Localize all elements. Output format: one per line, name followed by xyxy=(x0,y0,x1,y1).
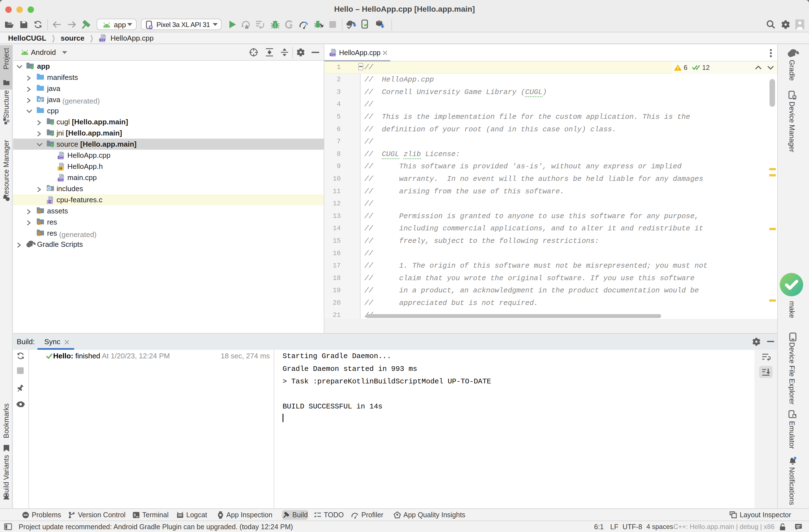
svg-text:C++: C++ xyxy=(330,53,336,56)
svg-text:C++: C++ xyxy=(58,156,64,159)
svg-text:A: A xyxy=(245,24,248,30)
svg-text:H: H xyxy=(59,166,62,171)
svg-text:C++: C++ xyxy=(58,178,64,181)
svg-text:C: C xyxy=(49,199,51,204)
svg-text:C++: C++ xyxy=(99,38,105,42)
